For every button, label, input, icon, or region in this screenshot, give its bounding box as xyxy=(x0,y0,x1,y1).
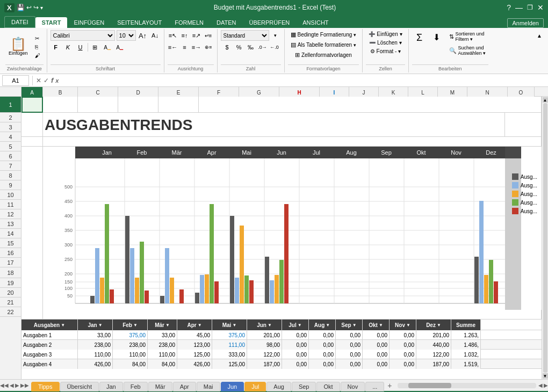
row-num-3[interactable]: 3 xyxy=(0,122,21,132)
col-header-g[interactable]: G xyxy=(239,87,279,97)
login-button[interactable]: Anmelden xyxy=(507,18,544,28)
cell-a1[interactable] xyxy=(21,97,43,113)
row-num-13[interactable]: 13 xyxy=(0,219,21,229)
row-num-18[interactable]: 18 xyxy=(0,267,21,278)
cell-19-name[interactable]: Ausgaben 1 xyxy=(21,330,78,340)
cell-21-feb[interactable]: 110,00 xyxy=(113,350,148,359)
col-header-h[interactable]: H xyxy=(279,87,320,97)
sum-button[interactable]: Σ xyxy=(412,30,427,46)
col-header-c[interactable]: C xyxy=(78,87,118,97)
cell-22-okt[interactable]: 0,00 xyxy=(363,359,390,369)
chart-container[interactable]: Ausg... Ausg... Ausg... Ausg... xyxy=(43,147,542,310)
cell-mar-header[interactable]: Mär ▼ xyxy=(148,320,177,330)
cell-rest-row3[interactable] xyxy=(43,137,542,147)
cell-21-apr[interactable]: 125,00 xyxy=(177,350,212,359)
cell-a17[interactable] xyxy=(21,310,43,320)
h-scroll-right[interactable]: ▶ xyxy=(544,382,548,388)
format-cells-button[interactable]: ⚙ Format - ▾ xyxy=(367,47,404,55)
cell-21-jun[interactable]: 122,00 xyxy=(247,350,282,359)
fill-color-button[interactable]: A▁ xyxy=(102,42,113,53)
row-num-7[interactable]: 7 xyxy=(0,161,21,171)
sheet-tab-tipps[interactable]: Tipps xyxy=(31,382,60,391)
wrap-text[interactable]: ↵≡ xyxy=(203,30,214,41)
cell-20-feb[interactable]: 238,00 xyxy=(113,340,148,350)
sheet-nav-first[interactable]: ◀◀ xyxy=(0,382,9,388)
cell-19-sep[interactable]: 0,00 xyxy=(336,330,363,340)
vertical-scrollbar[interactable]: ▲ ▼ xyxy=(542,97,548,379)
cell-20-jul[interactable]: 0,00 xyxy=(282,340,309,350)
paste-button[interactable]: 📋 Einfügen xyxy=(5,35,31,58)
cell-22-mar[interactable]: 84,00 xyxy=(148,359,177,369)
cell-20-sep[interactable]: 0,00 xyxy=(336,340,363,350)
cell-sep-header[interactable]: Sep ▼ xyxy=(336,320,363,330)
save-icon[interactable]: 💾 xyxy=(17,4,25,11)
row-num-21[interactable]: 21 xyxy=(0,297,21,307)
row-num-12[interactable]: 12 xyxy=(0,209,21,219)
sheet-tab-aug[interactable]: Aug xyxy=(266,382,291,391)
cell-e1[interactable] xyxy=(158,97,199,113)
sheet-tab-jul[interactable]: Jul xyxy=(244,382,266,391)
sheet-tab-mar[interactable]: Mär xyxy=(148,382,172,391)
align-top-center[interactable]: ≡↑ xyxy=(179,30,190,41)
help-icon[interactable]: ? xyxy=(507,3,511,12)
underline-button[interactable]: U xyxy=(75,42,86,53)
row-num-8[interactable]: 8 xyxy=(0,171,21,180)
cell-19-feb[interactable]: 375,00 xyxy=(113,330,148,340)
cell-d1[interactable] xyxy=(118,97,158,113)
cell-19-jul[interactable]: 0,00 xyxy=(282,330,309,340)
cell-21-dez[interactable]: 122,00 xyxy=(416,350,451,359)
cancel-formula-icon[interactable]: ✕ xyxy=(36,77,41,84)
col-header-a[interactable]: A xyxy=(21,87,43,97)
number-format-dropdown[interactable]: ▾ xyxy=(270,30,281,41)
cell-styles-button[interactable]: ⊞ Zellenformatvorlagen xyxy=(292,50,355,60)
cell-20-summe[interactable]: 1.486, xyxy=(451,340,481,350)
cell-19-aug[interactable]: 0,00 xyxy=(309,330,336,340)
h-scroll-left[interactable]: ◀ xyxy=(538,382,543,388)
cell-22-mai[interactable]: 125,00 xyxy=(212,359,247,369)
align-top-right[interactable]: ≡↗ xyxy=(191,30,202,41)
h-scroll-thumb[interactable] xyxy=(408,383,451,388)
cell-aug-header[interactable]: Aug ▼ xyxy=(309,320,336,330)
font-name-select[interactable]: Calibri xyxy=(51,30,115,41)
row-num-2[interactable]: 2 xyxy=(0,113,21,122)
cell-okt-header[interactable]: Okt ▼ xyxy=(363,320,390,330)
sheet-tab-sep[interactable]: Sep xyxy=(292,382,316,391)
cell-feb-header[interactable]: Feb ▼ xyxy=(113,320,148,330)
delete-cells-button[interactable]: ➖ Löschen ▾ xyxy=(366,39,405,47)
tab-formeln[interactable]: FORMELN xyxy=(168,17,210,28)
cell-22-aug[interactable]: 0,00 xyxy=(309,359,336,369)
cell-22-name[interactable]: Ausgaben 4 xyxy=(21,359,78,369)
cell-22-sep[interactable]: 0,00 xyxy=(336,359,363,369)
row-num-14[interactable]: 14 xyxy=(0,229,21,238)
cell-20-okt[interactable]: 0,00 xyxy=(363,340,390,350)
decrease-decimal[interactable]: .0→ xyxy=(257,42,268,53)
col-header-n[interactable]: N xyxy=(467,87,508,97)
cell-22-jan[interactable]: 426,00 xyxy=(78,359,113,369)
increase-decimal[interactable]: ←.0 xyxy=(269,42,280,53)
sheet-tab-nov[interactable]: Nov xyxy=(341,382,365,391)
cell-21-name[interactable]: Ausgaben 3 xyxy=(21,350,78,359)
cell-a3[interactable] xyxy=(21,137,43,147)
sheet-nav-prev[interactable]: ◀ xyxy=(10,382,14,388)
format-painter-button[interactable]: 🖌 xyxy=(32,52,44,60)
cell-19-dez[interactable]: 201,00 xyxy=(416,330,451,340)
cell-21-jan[interactable]: 110,00 xyxy=(78,350,113,359)
cell-19-okt[interactable]: 0,00 xyxy=(363,330,390,340)
col-header-f[interactable]: F xyxy=(199,87,239,97)
font-size-select[interactable]: 10 xyxy=(117,30,136,41)
col-header-i[interactable]: I xyxy=(320,87,349,97)
cell-21-nov[interactable]: 0,00 xyxy=(390,350,416,359)
cell-20-nov[interactable]: 0,00 xyxy=(390,340,416,350)
border-button[interactable]: ⊞ xyxy=(90,42,100,53)
font-size-increase[interactable]: A↑ xyxy=(138,30,148,41)
row-num-17[interactable]: 17 xyxy=(0,258,21,267)
row-num-20[interactable]: 20 xyxy=(0,288,21,297)
format-as-table-button[interactable]: ▤ Als Tabelle formatieren ▾ xyxy=(288,40,359,49)
row-num-22[interactable]: 22 xyxy=(0,307,21,317)
cell-19-mai[interactable]: 375,00 xyxy=(212,330,247,340)
col-header-e[interactable]: E xyxy=(158,87,199,97)
cell-a2[interactable] xyxy=(21,113,43,137)
col-header-m[interactable]: M xyxy=(438,87,467,97)
close-icon[interactable]: ✕ xyxy=(537,3,544,12)
cell-title[interactable]: AUSGABENTRENDS xyxy=(43,113,505,137)
